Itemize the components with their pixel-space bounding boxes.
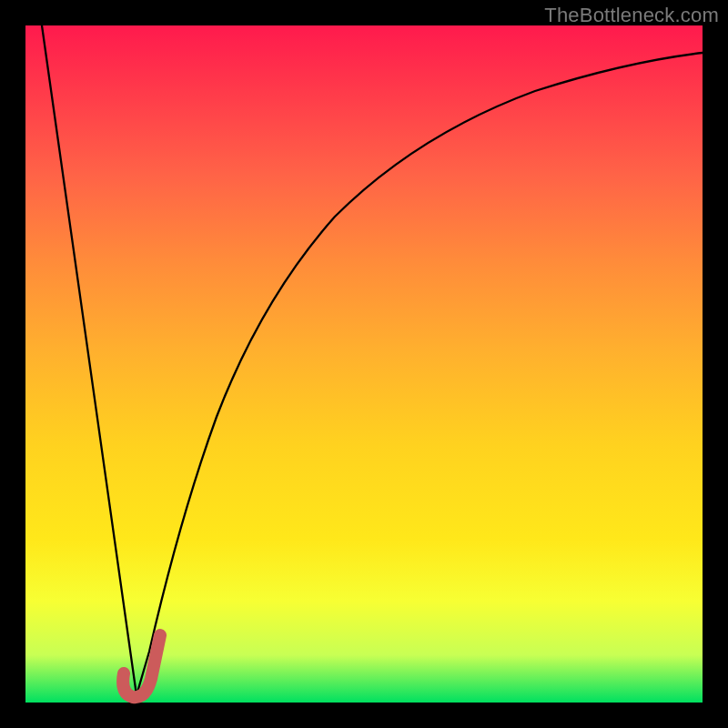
bottleneck-curve-right	[136, 53, 703, 695]
watermark-text: TheBottleneck.com	[544, 4, 719, 27]
chart-svg	[25, 25, 703, 703]
chart-frame: TheBottleneck.com	[0, 0, 728, 728]
bottleneck-curve-left	[42, 25, 136, 695]
